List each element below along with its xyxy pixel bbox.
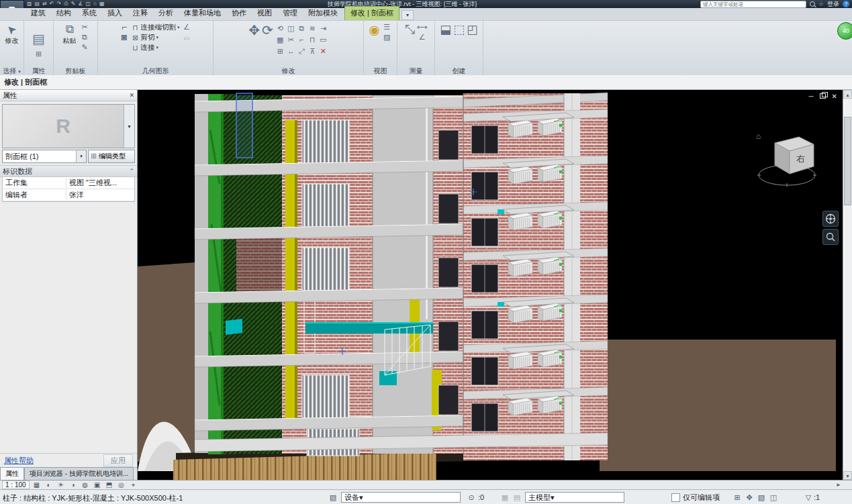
type-selector[interactable]: R ▾ — [2, 104, 135, 148]
design-option-select[interactable]: 主模型 ▾ — [525, 492, 624, 503]
chevron-down-icon[interactable]: ▾ — [124, 105, 134, 148]
tab-view[interactable]: 视图 — [252, 7, 277, 20]
rotate-small-icon[interactable]: ⟲ — [275, 23, 285, 33]
type-properties-icon[interactable]: ⊞ — [34, 49, 44, 58]
apply-button[interactable]: 应用 — [103, 454, 133, 467]
sun-path-icon[interactable]: ☀ — [56, 481, 66, 489]
create-similar-icon[interactable]: ⬚ — [453, 22, 465, 66]
restore-window-button[interactable] — [820, 93, 826, 101]
demolish-icon[interactable]: ⌓ — [182, 32, 192, 42]
cut-geometry-button[interactable]: ⊠ 剪切 ▾ — [131, 32, 179, 42]
tab-analyze[interactable]: 分析 — [153, 7, 179, 20]
tab-massing-site[interactable]: 体量和场地 — [179, 7, 226, 20]
properties-icon[interactable]: ▤ — [32, 31, 45, 47]
select-pinned-icon[interactable]: ◫ — [768, 492, 779, 503]
create-group-icon[interactable]: ⬓ — [440, 22, 451, 66]
search-input[interactable] — [700, 1, 806, 8]
close-window-button[interactable]: ✕ — [832, 93, 837, 101]
properties-help-link[interactable]: 属性帮助 — [4, 456, 34, 466]
ribbon-options-dropdown-icon[interactable]: ▾ — [401, 10, 414, 20]
paste-button[interactable]: ⧉ 粘贴 — [62, 22, 78, 66]
lock-icon[interactable]: ⊼ — [307, 46, 318, 56]
help-icon[interactable]: ? — [843, 1, 849, 7]
scale-icon[interactable]: ▦ — [275, 35, 285, 44]
visual-style-icon[interactable]: ◐ — [44, 481, 54, 489]
tab-structure[interactable]: 结构 — [51, 7, 77, 20]
design-option-icon[interactable]: ▦ — [500, 492, 510, 503]
measure-angle-icon[interactable]: ∠ — [417, 32, 427, 42]
cutaway-icon[interactable]: ▨ — [382, 32, 392, 42]
shadows-icon[interactable]: ◑ — [68, 481, 78, 489]
tab-annotate[interactable]: 注释 — [128, 7, 153, 20]
tab-modify-section-box[interactable]: 修改 | 剖面框 — [344, 6, 399, 20]
unpin-icon[interactable]: ↔ — [286, 46, 296, 56]
extend-icon[interactable]: ⊓ — [307, 35, 318, 44]
notification-icon[interactable]: 40 — [837, 22, 852, 40]
trim-icon[interactable]: ⌐ — [297, 35, 307, 44]
vertical-scrollbar[interactable]: ▲ ▼ — [843, 90, 852, 480]
scroll-up-button[interactable]: ▲ — [843, 90, 852, 99]
crop-region-icon[interactable]: ⬒ — [105, 481, 114, 489]
scroll-right-icon[interactable]: ► — [836, 482, 841, 488]
viewcube[interactable]: 右 ⌂ — [752, 127, 833, 209]
property-value[interactable]: 张洋 — [66, 190, 134, 200]
align-icon[interactable]: ▭ — [318, 35, 328, 44]
press-drag-icon[interactable]: ✥ — [744, 492, 755, 503]
tab-systems[interactable]: 系统 — [77, 7, 102, 20]
checkbox-box[interactable] — [671, 493, 680, 502]
detail-level-icon[interactable]: ▦ — [32, 481, 42, 489]
search-icon[interactable] — [810, 1, 815, 7]
exclude-options-icon[interactable]: ⊞ — [732, 492, 743, 503]
split-icon[interactable]: ✂ — [286, 35, 296, 44]
render-icon[interactable]: ◍ — [81, 481, 90, 489]
tab-project-browser[interactable]: 项目浏览器 - 技师学院机电培训... — [24, 467, 134, 480]
offset-icon[interactable]: ⇥ — [318, 23, 328, 33]
copy-small-icon[interactable]: ⧉ — [297, 23, 307, 33]
copy-icon[interactable]: ⧉ — [80, 32, 90, 42]
drawing-area[interactable]: ─ ✕ 右 ⌂ — [138, 90, 843, 480]
reveal-hidden-elements-icon[interactable]: ⌖ — [129, 481, 138, 489]
delete-icon[interactable]: ✕ — [318, 46, 328, 56]
model-3d-view[interactable] — [138, 90, 843, 480]
property-value[interactable]: 视图 "三维视... — [66, 178, 134, 188]
join-end-cut-button[interactable]: ⊓ 连接端切割 ▾ — [131, 22, 179, 32]
array-icon[interactable]: ≋ — [307, 23, 318, 33]
reveal-hidden-icon[interactable]: ◉ — [369, 22, 380, 66]
minimize-window-button[interactable]: ─ — [809, 93, 814, 101]
pin-icon[interactable]: ⊞ — [275, 46, 285, 56]
measure-between-icon[interactable]: ⟷ — [417, 22, 427, 32]
editing-requests-icon[interactable]: ⊙ — [466, 492, 477, 503]
resize-icon[interactable]: ⤢ — [297, 46, 307, 56]
sign-in-label[interactable]: 登录 — [827, 0, 839, 8]
match-type-icon[interactable]: ✎ — [80, 42, 90, 52]
favorites-star-icon[interactable]: ☆ — [818, 1, 824, 7]
close-icon[interactable]: ✕ — [129, 92, 134, 99]
design-option-edit-icon[interactable]: ▤ — [512, 492, 522, 503]
tab-collaborate[interactable]: 协作 — [226, 7, 252, 20]
application-menu-button[interactable]: R — [0, 0, 24, 8]
cope-icon[interactable]: ⌐ — [119, 22, 129, 32]
temporary-hide-icon[interactable]: ◎ — [117, 481, 126, 489]
tab-architecture[interactable]: 建筑 — [26, 7, 51, 20]
tab-manage[interactable]: 管理 — [277, 7, 303, 20]
measure-tool-icon[interactable]: ⤡ — [405, 22, 415, 66]
paint-icon[interactable]: ◙ — [119, 32, 129, 42]
scrollbar-thumb[interactable] — [844, 117, 851, 205]
rotate-icon[interactable]: ⟳ — [262, 22, 273, 66]
cut-icon[interactable]: ✂ — [80, 22, 90, 32]
mirror-icon[interactable]: ◫ — [286, 23, 296, 33]
element-type-combo[interactable]: 剖面框 (1) ▾ — [2, 150, 87, 163]
editable-only-checkbox[interactable]: 仅可编辑项 — [671, 493, 720, 503]
steering-wheel-button[interactable] — [822, 211, 839, 227]
join-button[interactable]: ⊔ 连接 ▾ — [131, 42, 179, 52]
create-assembly-icon[interactable]: ◰ — [467, 22, 478, 66]
section-box-selection[interactable] — [236, 93, 252, 158]
tab-insert[interactable]: 插入 — [102, 7, 128, 20]
crop-view-icon[interactable]: ▣ — [93, 481, 102, 489]
tab-properties[interactable]: 属性 — [0, 467, 24, 480]
select-links-icon[interactable]: ▧ — [756, 492, 767, 503]
palette-title-bar[interactable]: 属性 ✕ — [0, 90, 137, 101]
scale-button[interactable]: 1 : 100 — [2, 481, 30, 489]
worksharing-icon[interactable]: ▧ — [328, 492, 338, 503]
zoom-button[interactable] — [822, 229, 839, 245]
